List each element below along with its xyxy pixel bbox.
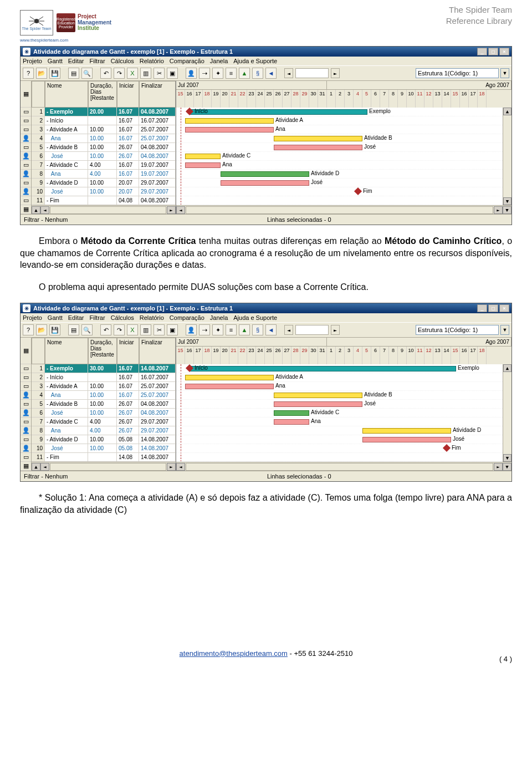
- titlebar[interactable]: ✳ Atividade do diagrama de Gantt - exemp…: [21, 303, 511, 313]
- resource-row-icon[interactable]: 👤: [21, 444, 31, 453]
- resource-icon[interactable]: 👤: [186, 324, 197, 335]
- cell-iniciar[interactable]: 16.07: [117, 373, 139, 382]
- cell-duracao[interactable]: 10.00: [88, 187, 117, 196]
- table-row[interactable]: 4 Ana10.0016.0725.07.2007: [32, 134, 176, 143]
- cell-iniciar[interactable]: 26.07: [117, 400, 139, 409]
- gantt-bar[interactable]: [274, 393, 362, 398]
- play-icon[interactable]: ◄: [265, 68, 277, 79]
- filter-icon[interactable]: §: [252, 324, 263, 335]
- menu-item[interactable]: Editar: [68, 314, 84, 321]
- task-row-icon[interactable]: ▭: [21, 161, 31, 170]
- cell-iniciar[interactable]: 26.07: [117, 152, 139, 161]
- cell-finalizar[interactable]: 25.07.2007: [139, 134, 176, 143]
- cell-finalizar[interactable]: 25.07.2007: [139, 391, 176, 400]
- cell-finalizar[interactable]: 29.07.2007: [139, 179, 176, 187]
- menu-item[interactable]: Projeto: [23, 58, 42, 64]
- cut-icon[interactable]: ✂: [154, 68, 165, 79]
- menu-item[interactable]: Filtrar: [90, 58, 105, 64]
- nav-next[interactable]: ►: [331, 325, 340, 335]
- close-button[interactable]: ×: [499, 48, 509, 55]
- footer-email[interactable]: atendimento@thespiderteam.com: [180, 649, 288, 658]
- cell-duracao[interactable]: 10.00: [88, 143, 117, 152]
- cell-nome[interactable]: José: [45, 409, 88, 417]
- cell-finalizar[interactable]: 04.08.2007: [139, 143, 176, 152]
- table-row[interactable]: 6 José10.0026.0704.08.2007: [32, 152, 176, 161]
- combo-dropdown-icon[interactable]: ▼: [500, 325, 509, 335]
- cell-duracao[interactable]: 10.00: [88, 152, 117, 161]
- undo-icon[interactable]: ↶: [100, 324, 111, 335]
- table-row[interactable]: 1- Exemplo30.0016.0714.08.2007: [32, 364, 176, 373]
- excel-icon[interactable]: X: [127, 68, 138, 79]
- minimize-button[interactable]: _: [477, 48, 487, 55]
- copy-icon[interactable]: ▣: [167, 68, 178, 79]
- col-duracao[interactable]: Duração, Dias [Restante: [88, 338, 117, 364]
- cell-nome[interactable]: José: [45, 152, 88, 161]
- cell-duracao[interactable]: [88, 196, 117, 205]
- cell-finalizar[interactable]: 04.08.2007: [139, 152, 176, 161]
- menu-item[interactable]: Cálculos: [111, 314, 134, 321]
- table-row[interactable]: 3- Atividade A10.0016.0725.07.2007: [32, 382, 176, 391]
- menu-item[interactable]: Relatório: [140, 58, 164, 64]
- menu-item[interactable]: Gantt: [48, 58, 63, 64]
- cell-iniciar[interactable]: 20.07: [117, 187, 139, 196]
- cell-duracao[interactable]: 20.00: [88, 108, 117, 116]
- resource-row-icon[interactable]: 👤: [21, 187, 31, 196]
- gantt-bar[interactable]: [221, 171, 309, 177]
- task-row-icon[interactable]: ▭: [21, 417, 31, 426]
- cell-duracao[interactable]: 30.00: [88, 364, 117, 373]
- cell-nome[interactable]: - Atividade D: [45, 435, 88, 444]
- table-row[interactable]: 7- Atividade C4.0016.0719.07.2007: [32, 161, 176, 170]
- cell-duracao[interactable]: [88, 453, 117, 462]
- table-row[interactable]: 7- Atividade C4.0026.0729.07.2007: [32, 417, 176, 426]
- zoom-icon[interactable]: 🔍: [81, 68, 93, 79]
- cell-finalizar[interactable]: 04.08.2007: [139, 196, 176, 205]
- cell-nome[interactable]: Ana: [45, 170, 88, 179]
- task-row-icon[interactable]: ▭: [21, 108, 31, 116]
- maximize-button[interactable]: □: [488, 48, 498, 55]
- resource-row-icon[interactable]: 👤: [21, 134, 31, 143]
- cell-nome[interactable]: José: [45, 444, 88, 453]
- nav-prev[interactable]: ◄: [284, 68, 293, 78]
- nav-track[interactable]: [295, 325, 329, 335]
- cell-finalizar[interactable]: 25.07.2007: [139, 382, 176, 391]
- link-icon[interactable]: ⇢: [199, 324, 210, 335]
- gantt-bar[interactable]: [362, 437, 451, 442]
- cell-nome[interactable]: Ana: [45, 426, 88, 435]
- menu-item[interactable]: Editar: [68, 58, 84, 64]
- cell-iniciar[interactable]: 04.08: [117, 196, 139, 205]
- task-row-icon[interactable]: ▭: [21, 179, 31, 187]
- baseline-icon[interactable]: ≡: [226, 68, 237, 79]
- open-icon[interactable]: 📂: [36, 324, 47, 335]
- cell-nome[interactable]: - Exemplo: [45, 108, 88, 116]
- milestone-diamond[interactable]: [354, 187, 362, 195]
- gantt-bar[interactable]: [362, 428, 451, 434]
- cell-nome[interactable]: - Início: [45, 116, 88, 125]
- resource-row-icon[interactable]: 👤: [21, 391, 31, 400]
- cell-duracao[interactable]: 4.00: [88, 417, 117, 426]
- milestone-diamond[interactable]: [186, 108, 193, 115]
- table-row[interactable]: 11- Fim04.0804.08.2007: [32, 196, 176, 205]
- table-row[interactable]: 9- Atividade D10.0020.0729.07.2007: [32, 179, 176, 187]
- task-row-icon[interactable]: ▭: [21, 125, 31, 134]
- gantt-bar[interactable]: [185, 384, 274, 389]
- grid-hscroll[interactable]: ▲◄►: [32, 205, 176, 214]
- cell-duracao[interactable]: 10.00: [88, 400, 117, 409]
- cell-duracao[interactable]: 4.00: [88, 170, 117, 179]
- cell-iniciar[interactable]: 20.07: [117, 179, 139, 187]
- milestone-diamond[interactable]: [443, 444, 451, 452]
- task-row-icon[interactable]: ▭: [21, 382, 31, 391]
- col-nome[interactable]: Nome: [45, 338, 88, 364]
- grid-hscroll[interactable]: ▲◄►: [32, 462, 176, 471]
- cell-duracao[interactable]: 4.00: [88, 161, 117, 170]
- open-icon[interactable]: 📂: [36, 68, 47, 79]
- cell-nome[interactable]: - Fim: [45, 453, 88, 462]
- gantt-bar[interactable]: [274, 419, 309, 425]
- cell-iniciar[interactable]: 16.07: [117, 382, 139, 391]
- table-row[interactable]: 1- Exemplo20.0016.0704.08.2007: [32, 108, 176, 116]
- resource-row-icon[interactable]: 👤: [21, 409, 31, 417]
- chart-hscroll[interactable]: ◄►▼: [176, 205, 511, 214]
- redo-icon[interactable]: ↷: [114, 68, 125, 79]
- cell-finalizar[interactable]: 14.08.2007: [139, 453, 176, 462]
- task-row-icon[interactable]: ▭: [21, 116, 31, 125]
- cell-duracao[interactable]: [88, 373, 117, 382]
